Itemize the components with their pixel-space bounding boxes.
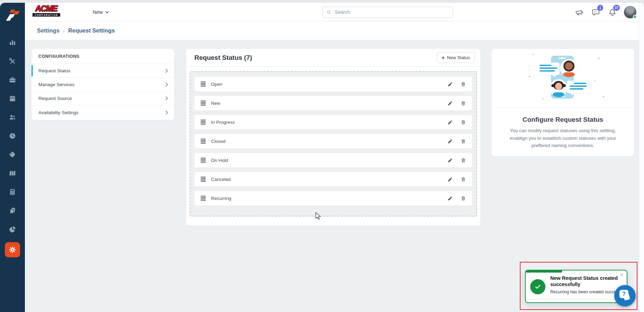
logo-shape (8, 14, 15, 18)
edit-status-button[interactable] (448, 139, 453, 144)
row-actions (448, 177, 466, 182)
sidebar-item-settings[interactable] (0, 239, 25, 261)
sidebar-item-timesheets[interactable] (0, 127, 25, 145)
scrollbar-gutter[interactable] (639, 3, 644, 312)
request-status-panel: Request Status (7) + New Status Open (186, 48, 481, 226)
edit-status-button[interactable] (448, 101, 453, 106)
sidebar-item-tags[interactable] (0, 145, 25, 164)
row-actions (448, 101, 466, 106)
drag-handle-icon[interactable] (201, 118, 206, 126)
row-actions (448, 82, 466, 87)
config-item-availability-settings[interactable]: Availability Settings (31, 105, 174, 119)
notifications-button[interactable]: 37 (607, 7, 617, 17)
sidebar (0, 3, 25, 312)
map-icon (9, 169, 16, 177)
edit-status-button[interactable] (448, 82, 453, 87)
search-input[interactable] (335, 9, 449, 15)
sidebar-item-estimates[interactable] (0, 183, 25, 201)
header-actions: 1 37 (574, 3, 636, 21)
delete-status-button[interactable] (461, 196, 466, 201)
online-status-dot (633, 15, 637, 19)
acme-logo-subtext: CORPORATION (33, 13, 60, 17)
trash-icon (461, 101, 466, 106)
clock-icon (9, 132, 16, 140)
sidebar-item-reports[interactable] (0, 220, 25, 239)
user-avatar[interactable] (624, 6, 636, 18)
drag-handle-icon[interactable] (201, 99, 206, 107)
delete-status-button[interactable] (461, 82, 466, 87)
delete-status-button[interactable] (461, 101, 466, 106)
configurations-panel: CONFIGURATIONS Request Status Manage Ser… (31, 48, 175, 120)
megaphone-icon (575, 8, 583, 17)
status-row[interactable]: Recurring (194, 191, 472, 205)
messages-badge: 1 (597, 5, 603, 11)
help-widget-button[interactable]: ? (614, 285, 636, 306)
row-actions (448, 158, 466, 163)
drag-handle-icon[interactable] (201, 194, 206, 202)
new-menu-button[interactable]: New (93, 3, 109, 21)
sidebar-item-work-orders[interactable] (0, 52, 25, 71)
edit-status-button[interactable] (448, 158, 453, 163)
team-icon (9, 113, 16, 121)
delete-status-button[interactable] (461, 139, 466, 144)
status-row[interactable]: Closed (194, 134, 472, 148)
row-actions (448, 120, 466, 125)
notifications-badge: 37 (613, 5, 620, 11)
chevron-right-icon (165, 68, 168, 73)
announcements-button[interactable] (574, 7, 584, 17)
pie-chart-icon (9, 226, 16, 233)
sidebar-item-team[interactable] (0, 108, 25, 127)
drag-handle-icon[interactable] (201, 175, 206, 183)
status-row[interactable]: New (194, 96, 472, 110)
sidebar-item-dashboard[interactable] (0, 33, 25, 52)
row-actions (448, 139, 466, 144)
sidebar-nav (0, 33, 25, 261)
drag-handle-icon[interactable] (201, 137, 206, 145)
edit-status-button[interactable] (448, 196, 453, 201)
sidebar-item-map[interactable] (0, 164, 25, 183)
new-status-button[interactable]: + New Status (437, 52, 475, 63)
messages-button[interactable]: 1 (591, 7, 600, 17)
status-label: Recurring (211, 196, 231, 201)
toast-timer-bar (526, 270, 562, 273)
pencil-icon (448, 158, 453, 163)
status-label: New (211, 101, 220, 106)
documents-icon (9, 207, 16, 214)
tag-icon (9, 151, 16, 158)
delete-status-button[interactable] (461, 120, 466, 125)
delete-status-button[interactable] (461, 177, 466, 182)
logo-shape (6, 18, 11, 21)
status-label: In Progress (211, 120, 235, 125)
config-item-label: Request Source (38, 96, 72, 101)
toast-close-button[interactable]: × (620, 271, 624, 278)
breadcrumb-settings[interactable]: Settings (37, 27, 59, 34)
edit-status-button[interactable] (448, 177, 453, 182)
drag-handle-icon[interactable] (201, 80, 206, 88)
page-title: Request Settings (68, 27, 115, 34)
trash-icon (461, 120, 466, 125)
status-label: On Hold (211, 158, 228, 163)
info-panel-description: You can modify request statuses using th… (491, 123, 634, 149)
status-row[interactable]: Open (194, 77, 472, 91)
delete-status-button[interactable] (461, 158, 466, 163)
settings-active-highlight (5, 242, 20, 257)
sidebar-item-schedule[interactable] (0, 89, 25, 108)
drag-handle-icon[interactable] (201, 156, 206, 164)
config-item-request-source[interactable]: Request Source (31, 92, 174, 105)
config-item-label: Availability Settings (38, 110, 79, 115)
config-item-manage-services[interactable]: Manage Services (31, 78, 174, 92)
zuper-logo[interactable] (5, 8, 20, 23)
sidebar-item-documents[interactable] (0, 201, 25, 220)
app-frame: ACME CORPORATION New 1 (0, 3, 644, 312)
pencil-icon (448, 82, 453, 87)
chat-bubble-graphic (567, 81, 589, 93)
sidebar-item-jobs[interactable] (0, 71, 25, 89)
edit-status-button[interactable] (448, 120, 453, 125)
status-row[interactable]: Canceled (194, 172, 472, 186)
trash-icon (461, 158, 466, 163)
toast-title: New Request Status created successfully (550, 275, 621, 287)
status-row[interactable]: On Hold (194, 153, 472, 167)
config-item-request-status[interactable]: Request Status (31, 64, 174, 78)
success-check-icon (530, 279, 545, 294)
status-row[interactable]: In Progress (194, 115, 472, 129)
